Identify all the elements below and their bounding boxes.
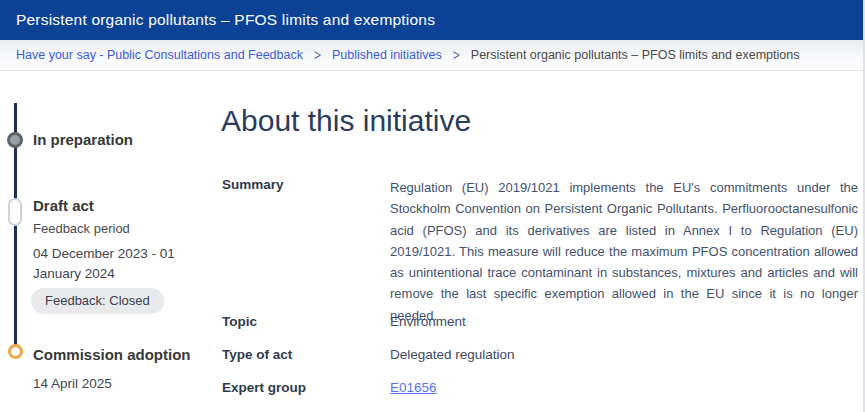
field-value-type-of-act: Delegated regulation [390, 347, 515, 362]
timeline-marker-in-preparation-icon [7, 132, 23, 148]
field-label-topic: Topic [222, 314, 257, 329]
breadcrumb: Have your say - Public Consultations and… [0, 40, 865, 71]
timeline-adoption-date: 14 April 2025 [33, 376, 112, 391]
timeline-stage-commission-adoption: Commission adoption [33, 346, 191, 363]
field-value-topic: Environment [390, 314, 466, 329]
breadcrumb-link-published-initiatives[interactable]: Published initiatives [332, 48, 442, 62]
timeline-feedback-dates: 04 December 2023 - 01 January 2024 [33, 244, 195, 284]
field-label-summary: Summary [222, 177, 284, 192]
breadcrumb-link-have-your-say[interactable]: Have your say - Public Consultations and… [16, 48, 303, 62]
breadcrumb-separator-icon: > [453, 46, 460, 64]
timeline-marker-commission-adoption-icon [8, 344, 23, 359]
feedback-status-badge: Feedback: Closed [31, 288, 164, 314]
page-title: About this initiative [221, 104, 471, 138]
timeline-marker-draft-act-icon [8, 198, 22, 226]
page: Persistent organic pollutants – PFOS lim… [0, 0, 865, 412]
timeline-stage-draft-act: Draft act [33, 197, 94, 214]
timeline-feedback-period-label: Feedback period [33, 221, 130, 236]
field-value-summary: Regulation (EU) 2019/1021 implements the… [390, 177, 858, 326]
field-label-expert-group: Expert group [222, 380, 306, 395]
page-header-bar: Persistent organic pollutants – PFOS lim… [0, 0, 865, 40]
breadcrumb-separator-icon: > [314, 46, 321, 64]
breadcrumb-current-page: Persistent organic pollutants – PFOS lim… [471, 48, 800, 62]
field-label-type-of-act: Type of act [222, 347, 292, 362]
timeline-stage-in-preparation: In preparation [33, 131, 133, 148]
page-header-title: Persistent organic pollutants – PFOS lim… [16, 0, 435, 40]
expert-group-link[interactable]: E01656 [390, 380, 437, 395]
